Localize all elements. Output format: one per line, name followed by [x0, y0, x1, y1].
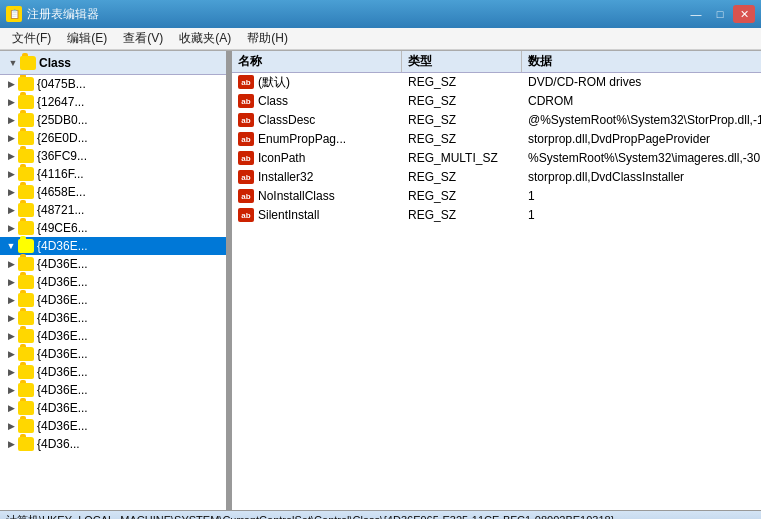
tree-item-12647[interactable]: ▶ {12647... [0, 93, 226, 111]
tree-item-label: {36FC9... [37, 149, 87, 163]
expand-arrow: ▶ [4, 169, 18, 179]
value-name: SilentInstall [258, 208, 319, 222]
expand-arrow: ▶ [4, 367, 18, 377]
tree-item-label: {12647... [37, 95, 84, 109]
title-bar: 📋 注册表编辑器 — □ ✕ [0, 0, 761, 28]
value-data-cell: storprop.dll,DvdPropPageProvider [522, 131, 761, 147]
tree-item-label: {4658E... [37, 185, 86, 199]
tree-item-4d36e-2[interactable]: ▶ {4D36E... [0, 273, 226, 291]
tree-item-4658e[interactable]: ▶ {4658E... [0, 183, 226, 201]
expand-arrow: ▶ [4, 187, 18, 197]
tree-item-36fc9[interactable]: ▶ {36FC9... [0, 147, 226, 165]
value-row[interactable]: ab SilentInstall REG_SZ 1 [232, 206, 761, 225]
folder-icon [18, 347, 34, 361]
value-type-cell: REG_MULTI_SZ [402, 150, 522, 166]
maximize-button[interactable]: □ [709, 5, 731, 23]
menu-edit[interactable]: 编辑(E) [59, 28, 115, 49]
tree-item-4d36e-5[interactable]: ▶ {4D36E... [0, 327, 226, 345]
expand-arrow: ▶ [4, 259, 18, 269]
tree-item-4d36e-8[interactable]: ▶ {4D36E... [0, 381, 226, 399]
reg-icon: ab [238, 170, 254, 184]
value-name-cell: ab SilentInstall [232, 207, 402, 223]
col-header-type[interactable]: 类型 [402, 51, 522, 72]
folder-icon [18, 329, 34, 343]
tree-item-label: {4D36E... [37, 293, 88, 307]
minimize-button[interactable]: — [685, 5, 707, 23]
value-data-cell: CDROM [522, 93, 761, 109]
menu-file[interactable]: 文件(F) [4, 28, 59, 49]
window-controls: — □ ✕ [685, 5, 755, 23]
tree-panel: ▼ Class ▶ {0475B... ▶ {12647... ▶ {25DB0… [0, 51, 228, 510]
value-name-cell: ab NoInstallClass [232, 188, 402, 204]
value-type-cell: REG_SZ [402, 112, 522, 128]
tree-root-arrow: ▼ [6, 58, 20, 68]
tree-body[interactable]: ▶ {0475B... ▶ {12647... ▶ {25DB0... ▶ {2… [0, 75, 226, 510]
value-data-cell: storprop.dll,DvdClassInstaller [522, 169, 761, 185]
reg-icon: ab [238, 208, 254, 222]
tree-item-4d36e-10[interactable]: ▶ {4D36E... [0, 417, 226, 435]
value-name: NoInstallClass [258, 189, 335, 203]
value-name: Class [258, 94, 288, 108]
tree-item-label: {48721... [37, 203, 84, 217]
value-row[interactable]: ab IconPath REG_MULTI_SZ %SystemRoot%\Sy… [232, 149, 761, 168]
tree-item-4116f[interactable]: ▶ {4116F... [0, 165, 226, 183]
tree-item-25db0[interactable]: ▶ {25DB0... [0, 111, 226, 129]
tree-item-4d36e-9[interactable]: ▶ {4D36E... [0, 399, 226, 417]
menu-bar: 文件(F) 编辑(E) 查看(V) 收藏夹(A) 帮助(H) [0, 28, 761, 50]
value-name-cell: ab Installer32 [232, 169, 402, 185]
window-title: 注册表编辑器 [27, 6, 685, 23]
folder-icon [18, 257, 34, 271]
tree-item-4d36e-6[interactable]: ▶ {4D36E... [0, 345, 226, 363]
value-type-cell: REG_SZ [402, 74, 522, 90]
folder-icon [18, 95, 34, 109]
menu-help[interactable]: 帮助(H) [239, 28, 296, 49]
value-row[interactable]: ab NoInstallClass REG_SZ 1 [232, 187, 761, 206]
tree-item-label: {4D36E... [37, 275, 88, 289]
tree-item-label: {4116F... [37, 167, 84, 181]
value-row[interactable]: ab EnumPropPag... REG_SZ storprop.dll,Dv… [232, 130, 761, 149]
folder-icon [18, 401, 34, 415]
value-name: Installer32 [258, 170, 313, 184]
values-panel: 名称 类型 数据 ab (默认) REG_SZ DVD/CD-ROM drive… [232, 51, 761, 510]
tree-item-4d36e-1[interactable]: ▶ {4D36E... [0, 255, 226, 273]
value-type-cell: REG_SZ [402, 93, 522, 109]
folder-icon [18, 365, 34, 379]
tree-item-4d36e-11[interactable]: ▶ {4D36... [0, 435, 226, 453]
expand-arrow: ▶ [4, 385, 18, 395]
value-name: (默认) [258, 74, 290, 91]
expand-arrow: ▶ [4, 313, 18, 323]
value-row[interactable]: ab Installer32 REG_SZ storprop.dll,DvdCl… [232, 168, 761, 187]
expand-arrow: ▶ [4, 151, 18, 161]
value-data-cell: DVD/CD-ROM drives [522, 74, 761, 90]
tree-item-48721[interactable]: ▶ {48721... [0, 201, 226, 219]
value-name-cell: ab (默认) [232, 73, 402, 92]
value-name-cell: ab Class [232, 93, 402, 109]
expand-arrow: ▶ [4, 223, 18, 233]
tree-item-49ce6[interactable]: ▶ {49CE6... [0, 219, 226, 237]
tree-item-label: {4D36... [37, 437, 80, 451]
tree-item-4d36e-selected[interactable]: ▼ {4D36E... [0, 237, 226, 255]
value-row[interactable]: ab Class REG_SZ CDROM [232, 92, 761, 111]
close-button[interactable]: ✕ [733, 5, 755, 23]
folder-icon [18, 203, 34, 217]
value-row[interactable]: ab ClassDesc REG_SZ @%SystemRoot%\System… [232, 111, 761, 130]
value-data-cell: 1 [522, 188, 761, 204]
tree-item-0475[interactable]: ▶ {0475B... [0, 75, 226, 93]
menu-view[interactable]: 查看(V) [115, 28, 171, 49]
tree-item-4d36e-3[interactable]: ▶ {4D36E... [0, 291, 226, 309]
tree-item-4d36e-4[interactable]: ▶ {4D36E... [0, 309, 226, 327]
tree-item-4d36e-7[interactable]: ▶ {4D36E... [0, 363, 226, 381]
menu-favorites[interactable]: 收藏夹(A) [171, 28, 239, 49]
col-header-data[interactable]: 数据 [522, 51, 761, 72]
values-body[interactable]: ab (默认) REG_SZ DVD/CD-ROM drives ab Clas… [232, 73, 761, 510]
tree-item-26e0d[interactable]: ▶ {26E0D... [0, 129, 226, 147]
tree-item-label: {49CE6... [37, 221, 88, 235]
tree-root-folder-icon [20, 56, 36, 70]
value-name: IconPath [258, 151, 305, 165]
col-header-name[interactable]: 名称 [232, 51, 402, 72]
tree-item-label: {4D36E... [37, 257, 88, 271]
folder-icon [18, 275, 34, 289]
value-row[interactable]: ab (默认) REG_SZ DVD/CD-ROM drives [232, 73, 761, 92]
folder-icon [18, 149, 34, 163]
tree-item-label: {4D36E... [37, 383, 88, 397]
